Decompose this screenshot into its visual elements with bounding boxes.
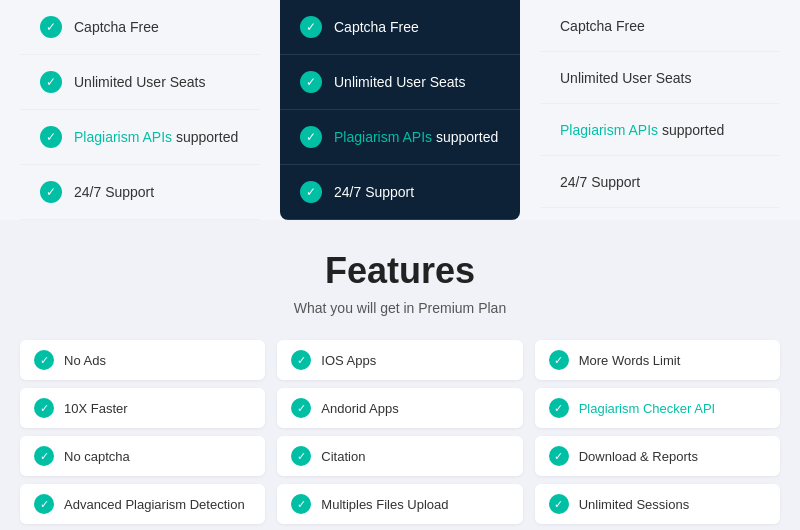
pricing-row: 24/7 Support [540,156,780,208]
feature-label: Multiples Files Upload [321,497,448,512]
check-icon: ✓ [300,181,322,203]
feature-label: More Words Limit [579,353,681,368]
feature-label: Andorid Apps [321,401,398,416]
feature-item: ✓ IOS Apps [277,340,522,380]
pricing-col-highlighted: ✓ Captcha Free ✓ Unlimited User Seats ✓ … [280,0,520,220]
feature-check-icon: ✓ [34,398,54,418]
check-icon: ✓ [300,126,322,148]
plagiarism-api-link[interactable]: Plagiarism APIs [74,129,172,145]
check-icon: ✓ [300,16,322,38]
pricing-row-highlighted: ✓ Unlimited User Seats [280,55,520,110]
feature-item: ✓ 10X Faster [20,388,265,428]
api-text: Plagiarism Checker API [579,401,716,416]
row-label: Captcha Free [560,18,645,34]
features-section: Features What you will get in Premium Pl… [0,220,800,530]
feature-item: ✓ Citation [277,436,522,476]
row-label: Unlimited User Seats [74,74,206,90]
pricing-row-highlighted: ✓ 24/7 Support [280,165,520,220]
pricing-row-highlighted: ✓ Captcha Free [280,0,520,55]
pricing-section: ✓ Captcha Free ✓ Unlimited User Seats ✓ … [0,0,800,220]
pricing-row: Plagiarism APIs supported [540,104,780,156]
row-label: Unlimited User Seats [560,70,692,86]
pricing-row: Captcha Free [540,0,780,52]
feature-label: IOS Apps [321,353,376,368]
pricing-row: ✓ Unlimited User Seats [20,55,260,110]
feature-label: Unlimited Sessions [579,497,690,512]
row-label: Plagiarism APIs supported [74,129,238,145]
pricing-row: ✓ Plagiarism APIs supported [20,110,260,165]
plagiarism-api-link[interactable]: Plagiarism APIs [334,129,432,145]
pricing-row-highlighted: ✓ Plagiarism APIs supported [280,110,520,165]
feature-check-icon: ✓ [291,494,311,514]
feature-check-icon: ✓ [549,494,569,514]
check-icon: ✓ [40,126,62,148]
pricing-col-right: Captcha Free Unlimited User Seats Plagia… [520,0,800,220]
feature-item: ✓ Plagiarism Checker API [535,388,780,428]
check-icon: ✓ [300,71,322,93]
feature-label: 10X Faster [64,401,128,416]
feature-check-icon: ✓ [34,494,54,514]
check-icon: ✓ [40,71,62,93]
feature-item: ✓ No captcha [20,436,265,476]
feature-item: ✓ More Words Limit [535,340,780,380]
row-label: Unlimited User Seats [334,74,466,90]
feature-item: ✓ Advanced Plagiarism Detection [20,484,265,524]
row-label: Plagiarism APIs supported [560,122,724,138]
feature-label: No captcha [64,449,130,464]
row-label: 24/7 Support [560,174,640,190]
pricing-col-left: ✓ Captcha Free ✓ Unlimited User Seats ✓ … [0,0,280,220]
feature-label: Advanced Plagiarism Detection [64,497,245,512]
feature-item: ✓ Multiples Files Upload [277,484,522,524]
pricing-row: ✓ Captcha Free [20,0,260,55]
features-col-2: ✓ IOS Apps ✓ Andorid Apps ✓ Citation ✓ M… [277,340,522,530]
feature-label: No Ads [64,353,106,368]
feature-check-icon: ✓ [34,350,54,370]
row-label: Captcha Free [74,19,159,35]
feature-label: Citation [321,449,365,464]
feature-check-icon: ✓ [291,446,311,466]
features-col-1: ✓ No Ads ✓ 10X Faster ✓ No captcha ✓ Adv… [20,340,265,530]
feature-label: Plagiarism Checker API [579,401,716,416]
check-icon: ✓ [40,16,62,38]
feature-check-icon: ✓ [549,350,569,370]
row-label: Captcha Free [334,19,419,35]
check-icon: ✓ [40,181,62,203]
row-label: 24/7 Support [334,184,414,200]
row-label: Plagiarism APIs supported [334,129,498,145]
feature-check-icon: ✓ [291,350,311,370]
feature-item: ✓ Download & Reports [535,436,780,476]
feature-check-icon: ✓ [291,398,311,418]
plagiarism-api-link[interactable]: Plagiarism APIs [560,122,658,138]
feature-check-icon: ✓ [549,446,569,466]
feature-check-icon: ✓ [34,446,54,466]
row-label: 24/7 Support [74,184,154,200]
features-grid: ✓ No Ads ✓ 10X Faster ✓ No captcha ✓ Adv… [20,340,780,530]
feature-check-icon: ✓ [549,398,569,418]
features-col-3: ✓ More Words Limit ✓ Plagiarism Checker … [535,340,780,530]
pricing-row: ✓ 24/7 Support [20,165,260,220]
features-title: Features [20,250,780,292]
feature-label: Download & Reports [579,449,698,464]
pricing-row: Unlimited User Seats [540,52,780,104]
feature-item: ✓ Andorid Apps [277,388,522,428]
features-subtitle: What you will get in Premium Plan [20,300,780,316]
feature-item: ✓ Unlimited Sessions [535,484,780,524]
feature-item: ✓ No Ads [20,340,265,380]
